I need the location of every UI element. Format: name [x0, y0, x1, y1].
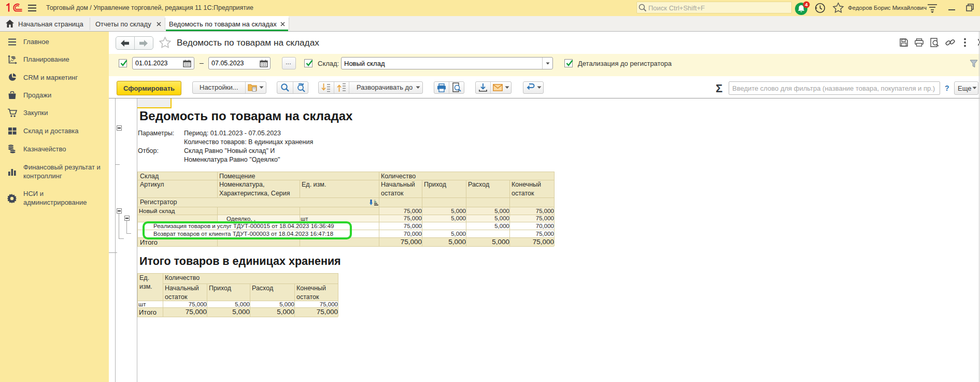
svg-text:4: 4	[805, 2, 808, 7]
